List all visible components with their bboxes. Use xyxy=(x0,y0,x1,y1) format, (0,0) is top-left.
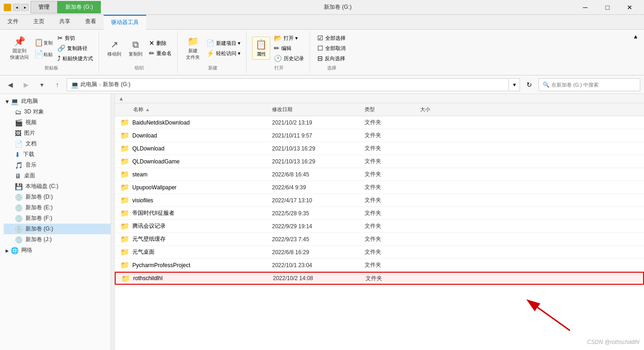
file-name-cell: 📁 visiofiles xyxy=(115,196,272,205)
forward-button[interactable]: ▶ xyxy=(19,78,32,91)
file-name-cell: 📁 Download xyxy=(115,131,272,140)
invert-label: 反向选择 xyxy=(325,55,345,62)
tab-view[interactable]: 查看 xyxy=(78,15,104,29)
paste-button[interactable]: 📄 粘贴 xyxy=(33,49,54,59)
file-row[interactable]: 📁 steam 2022/6/8 16:45 文件夹 xyxy=(115,168,644,181)
delete-button[interactable]: ✕ 删除 xyxy=(147,38,173,48)
copy-to-button[interactable]: ⧉ 复制到 xyxy=(126,38,145,59)
sidebar-item-pictures[interactable]: 🖼 图片 xyxy=(4,128,111,138)
maximize-button[interactable]: □ xyxy=(597,1,618,14)
sidebar-item-f[interactable]: 💿 新加卷 (F:) xyxy=(4,213,111,224)
sidebar-item-downloads[interactable]: ⬇ 下载 xyxy=(4,149,111,160)
tab-manage[interactable]: 管理 xyxy=(31,1,57,13)
main-layout: ▾ 💻 此电脑 🗂 3D 对象 🎬 视频 🖼 图片 📄 文档 ⬇ 下载 xyxy=(0,94,644,350)
col-header-size[interactable]: 大小 xyxy=(420,106,466,113)
file-row[interactable]: 📁 QLDownload 2021/10/13 16:29 文件夹 xyxy=(115,142,644,155)
cut-button[interactable]: ✂ 剪切 xyxy=(56,33,95,43)
history-icon: 🕐 xyxy=(274,55,282,62)
file-name: UpupooWallpaper xyxy=(132,184,177,191)
col-header-type[interactable]: 类型 xyxy=(365,106,420,113)
edit-button[interactable]: ✏ 编辑 xyxy=(272,44,306,53)
clipboard-inner: 📌 固定到快速访问 📋 复制 📄 粘贴 ✂ 剪切 xyxy=(7,33,95,63)
recent-locations-button[interactable]: ▾ xyxy=(35,78,48,91)
open-button[interactable]: 📂 打开 ▾ xyxy=(272,33,306,43)
close-button[interactable]: ✕ xyxy=(619,1,640,14)
collapse-ribbon-button[interactable]: ▲ xyxy=(631,31,640,42)
search-input[interactable] xyxy=(551,82,636,88)
move-to-button[interactable]: ↗ 移动到 xyxy=(105,37,124,59)
file-row[interactable]: 📁 帝国时代II征服者 2022/5/28 9:35 文件夹 xyxy=(115,207,644,220)
file-date-cell: 2021/10/13 16:29 xyxy=(272,145,365,152)
sidebar-item-d[interactable]: 💿 新加卷 (D:) xyxy=(4,192,111,202)
paste-shortcut-button[interactable]: ⤴ 粘贴快捷方式 xyxy=(56,54,95,63)
col-header-name[interactable]: 名称 ▲ xyxy=(115,106,272,113)
search-box[interactable]: 🔍 xyxy=(539,78,640,91)
sidebar-item-3d[interactable]: 🗂 3D 对象 xyxy=(4,106,111,117)
new-folder-label: 新建文件夹 xyxy=(186,48,200,61)
tab-share[interactable]: 共享 xyxy=(52,15,78,29)
minimize-button[interactable]: ─ xyxy=(575,1,596,14)
file-row[interactable]: 📁 BaiduNetdiskDownload 2021/10/2 13:19 文… xyxy=(115,116,644,129)
properties-button[interactable]: 📋 属性 xyxy=(252,37,270,60)
sidebar-label-network: 网络 xyxy=(21,246,32,254)
sidebar-item-music[interactable]: 🎵 音乐 xyxy=(4,160,111,170)
sort-indicator-bar: ▲ xyxy=(115,94,644,103)
cut-label: 剪切 xyxy=(65,35,75,42)
file-name-cell: 📁 PycharmProfessProject xyxy=(115,261,272,269)
tab-home[interactable]: 主页 xyxy=(26,15,52,29)
file-row[interactable]: 📁 腾讯会议记录 2022/9/29 19:14 文件夹 xyxy=(115,220,644,233)
sidebar-label-desktop: 桌面 xyxy=(24,172,35,180)
folder-icon: 📁 xyxy=(120,131,130,140)
sidebar-item-documents[interactable]: 📄 文档 xyxy=(4,138,111,149)
file-row[interactable]: 📁 元气桌面 2022/6/8 16:29 文件夹 xyxy=(115,246,644,259)
file-row[interactable]: 📁 PycharmProfessProject 2022/10/1 23:04 … xyxy=(115,259,644,272)
file-row[interactable]: 📁 visiofiles 2022/4/17 13:10 文件夹 xyxy=(115,194,644,207)
title-bar-tabs: 管理 新加卷 (G:) xyxy=(31,1,101,13)
delete-icon: ✕ xyxy=(149,39,155,47)
select-all-button[interactable]: ☑ 全部选择 xyxy=(316,33,347,43)
sidebar-item-desktop[interactable]: 🖥 桌面 xyxy=(4,170,111,181)
pin-to-quickaccess-button[interactable]: 📌 固定到快速访问 xyxy=(7,34,31,62)
deselect-all-button[interactable]: ☐ 全部取消 xyxy=(316,44,347,53)
new-item-button[interactable]: 📄 新建项目 ▾ xyxy=(204,38,242,48)
sidebar-item-c[interactable]: 💾 本地磁盘 (C:) xyxy=(4,181,111,192)
file-row[interactable]: 📁 QLDownloadGame 2021/10/13 16:29 文件夹 xyxy=(115,155,644,168)
invert-selection-button[interactable]: ⊟ 反向选择 xyxy=(316,54,347,63)
sidebar-item-g[interactable]: 💿 新加卷 (G:) xyxy=(4,224,111,234)
up-button[interactable]: ↑ xyxy=(51,78,64,91)
rename-button[interactable]: ✏ 重命名 xyxy=(147,49,173,58)
copy-path-icon: 🔗 xyxy=(57,44,65,52)
copy-path-button[interactable]: 🔗 复制路径 xyxy=(56,44,95,53)
file-type-cell: 文件夹 xyxy=(365,275,421,282)
j-drive-icon: 💿 xyxy=(15,236,23,244)
history-button[interactable]: 🕐 历史记录 xyxy=(272,54,306,63)
tab-volume[interactable]: 新加卷 (G:) xyxy=(57,1,101,13)
back-button[interactable]: ◀ xyxy=(4,78,17,91)
sidebar-item-video[interactable]: 🎬 视频 xyxy=(4,117,111,128)
sidebar-label-music: 音乐 xyxy=(25,161,37,169)
copy-button[interactable]: 📋 复制 xyxy=(33,37,54,48)
file-row[interactable]: 📁 UpupooWallpaper 2022/6/4 9:39 文件夹 xyxy=(115,181,644,194)
file-row[interactable]: 📁 元气壁纸缓存 2022/9/23 7:45 文件夹 xyxy=(115,233,644,246)
file-name: visiofiles xyxy=(132,197,153,204)
col-header-date[interactable]: 修改日期 xyxy=(272,106,365,113)
file-row[interactable]: 📁 Download 2021/10/11 9:57 文件夹 xyxy=(115,129,644,142)
sidebar-item-e[interactable]: 💿 新加卷 (E:) xyxy=(4,202,111,213)
address-path[interactable]: 💻 此电脑 › 新加卷 (G:) xyxy=(67,78,509,91)
file-type-cell: 文件夹 xyxy=(365,170,420,178)
new-folder-button[interactable]: 📁 新建文件夹 xyxy=(183,34,203,62)
quick-access-arrow[interactable]: ◂ xyxy=(13,4,20,11)
sidebar-scrollbar[interactable] xyxy=(111,94,115,350)
tab-file[interactable]: 文件 xyxy=(0,15,26,29)
sidebar-item-network[interactable]: ▸ 🌐 网络 xyxy=(0,245,111,256)
quick-access-arrow2[interactable]: ▸ xyxy=(21,4,29,11)
sidebar-item-this-pc[interactable]: ▾ 💻 此电脑 xyxy=(0,96,111,106)
path-dropdown-button[interactable]: ▾ xyxy=(509,78,520,91)
sidebar-item-j[interactable]: 💿 新加卷 (J:) xyxy=(4,234,111,245)
easy-access-button[interactable]: ⚡ 轻松访问 ▾ xyxy=(204,49,242,58)
refresh-button[interactable]: ↻ xyxy=(523,78,536,91)
file-row[interactable]: 📁 rothschildlhl 2022/10/2 14:08 文件夹 xyxy=(115,272,644,285)
file-date-cell: 2022/9/29 19:14 xyxy=(272,223,365,230)
tab-drive-tools[interactable]: 驱动器工具 xyxy=(104,15,146,30)
folder-icon: 📁 xyxy=(120,144,130,153)
